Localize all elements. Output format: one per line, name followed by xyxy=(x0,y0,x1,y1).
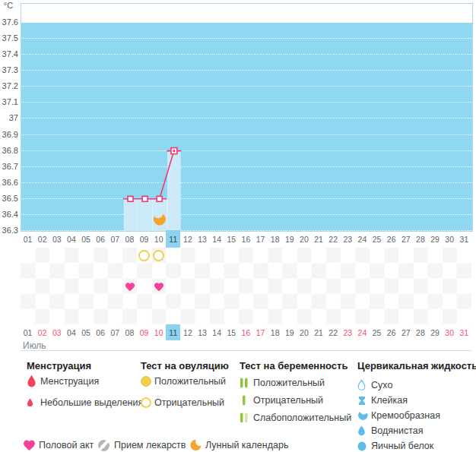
day-cell-04[interactable]: 04 xyxy=(64,230,78,248)
day-cell-28[interactable]: 28 xyxy=(413,230,427,248)
temperature-point[interactable] xyxy=(157,196,162,201)
day-cell-16[interactable]: 16 xyxy=(239,324,253,340)
day-cell-12[interactable]: 12 xyxy=(180,230,195,248)
day-cell-18[interactable]: 18 xyxy=(268,230,282,248)
legend-section-title: Тест на овуляцию xyxy=(141,360,229,371)
day-cell-25[interactable]: 25 xyxy=(370,324,384,340)
day-cell-22[interactable]: 22 xyxy=(326,324,341,340)
day-cell-26[interactable]: 26 xyxy=(384,324,398,340)
day-cell-24[interactable]: 24 xyxy=(355,324,370,340)
day-cell-23[interactable]: 23 xyxy=(341,324,355,340)
y-tick-label: 37.3 xyxy=(0,65,18,74)
legend-item: Яичный белок xyxy=(357,440,440,452)
day-cell-13[interactable]: 13 xyxy=(195,230,210,248)
day-cell-17[interactable]: 17 xyxy=(253,324,268,340)
legend-item: Кремообразная xyxy=(357,409,440,422)
y-tick-label: 36.6 xyxy=(0,178,18,187)
legend-item-label: Слабоположительный xyxy=(253,412,351,423)
day-cell-26[interactable]: 26 xyxy=(384,230,398,248)
day-cell-15[interactable]: 15 xyxy=(224,324,239,340)
day-cell-16[interactable]: 16 xyxy=(239,230,253,248)
day-cell-25[interactable]: 25 xyxy=(370,230,384,248)
day-cell-15[interactable]: 15 xyxy=(224,230,239,248)
day-cell-29[interactable]: 29 xyxy=(428,324,443,340)
day-cell-19[interactable]: 19 xyxy=(282,324,297,340)
day-cell-31[interactable]: 31 xyxy=(457,324,471,340)
day-cell-28[interactable]: 28 xyxy=(413,324,427,340)
day-cell-08[interactable]: 08 xyxy=(122,324,137,340)
day-cell-24[interactable]: 24 xyxy=(355,230,370,248)
legend-item-label: Положительный xyxy=(154,376,226,387)
day-cell-10[interactable]: 10 xyxy=(151,230,166,248)
fluid-watery-icon xyxy=(357,425,371,436)
day-cell-02[interactable]: 02 xyxy=(35,324,49,340)
month-row: Июль xyxy=(21,340,471,351)
moon-calendar-icon xyxy=(189,439,205,451)
day-cell-09[interactable]: 09 xyxy=(137,230,151,248)
legend-section-items: ПоложительныйОтрицательный xyxy=(141,375,226,409)
day-cell-27[interactable]: 27 xyxy=(398,324,413,340)
y-tick-label: 36.9 xyxy=(0,130,18,139)
legend-footer-item: Прием лекарств xyxy=(98,438,186,452)
legend-item: Клейкая xyxy=(357,394,440,406)
legend-footer-label: Половой акт xyxy=(39,440,94,450)
day-cell-21[interactable]: 21 xyxy=(312,230,326,248)
day-cell-17[interactable]: 17 xyxy=(253,230,268,248)
day-cell-13[interactable]: 13 xyxy=(195,324,210,340)
temperature-bar xyxy=(124,199,138,231)
day-cell-06[interactable]: 06 xyxy=(94,324,108,340)
day-cell-20[interactable]: 20 xyxy=(297,324,311,340)
chart-plot-area[interactable] xyxy=(21,3,473,232)
day-cell-20[interactable]: 20 xyxy=(297,230,311,248)
day-cell-11[interactable]: 11 xyxy=(166,324,180,340)
temperature-bar xyxy=(138,199,152,231)
day-cell-27[interactable]: 27 xyxy=(398,230,413,248)
chart-svg-holder xyxy=(21,4,472,231)
temperature-point[interactable] xyxy=(142,196,148,201)
ovulation-negative-icon xyxy=(141,397,154,408)
day-cell-12[interactable]: 12 xyxy=(180,324,195,340)
legend-item-label: Отрицательный xyxy=(253,395,323,406)
day-cell-03[interactable]: 03 xyxy=(49,324,64,340)
day-cell-06[interactable]: 06 xyxy=(94,230,108,248)
day-cell-31[interactable]: 31 xyxy=(457,230,471,248)
day-cell-18[interactable]: 18 xyxy=(268,324,282,340)
day-cell-23[interactable]: 23 xyxy=(341,230,355,248)
day-cell-30[interactable]: 30 xyxy=(443,324,457,340)
ovulation-positive-icon xyxy=(141,376,154,387)
day-cell-02[interactable]: 02 xyxy=(35,230,49,248)
day-cell-05[interactable]: 05 xyxy=(79,230,94,248)
legend-item: Водянистая xyxy=(357,425,440,437)
intercourse-heart-icon xyxy=(125,281,135,295)
y-tick-label: 37.4 xyxy=(0,49,18,58)
day-cell-14[interactable]: 14 xyxy=(210,230,224,248)
day-cell-08[interactable]: 08 xyxy=(122,230,137,248)
day-cell-09[interactable]: 09 xyxy=(137,324,151,340)
day-cell-29[interactable]: 29 xyxy=(428,230,443,248)
day-cell-07[interactable]: 07 xyxy=(108,230,122,248)
event-icon-grid xyxy=(21,248,471,324)
day-cell-11[interactable]: 11 xyxy=(166,230,180,248)
day-cell-14[interactable]: 14 xyxy=(210,324,224,340)
day-cell-01[interactable]: 01 xyxy=(21,324,35,340)
legend-item: Отрицательный xyxy=(240,394,351,406)
legend-item: Сухо xyxy=(357,379,440,391)
legend-item: Менструация xyxy=(27,375,143,387)
y-tick-label: 36.4 xyxy=(0,210,18,219)
day-cell-22[interactable]: 22 xyxy=(326,230,341,248)
day-cell-05[interactable]: 05 xyxy=(79,324,94,340)
day-cell-19[interactable]: 19 xyxy=(282,230,297,248)
day-cell-01[interactable]: 01 xyxy=(21,230,35,248)
legend-section-items: ПоложительныйОтрицательныйСлабоположител… xyxy=(240,377,351,424)
day-cell-03[interactable]: 03 xyxy=(49,230,64,248)
legend-footer-item: Половой акт xyxy=(23,438,94,452)
day-row-bottom: 0102030405060708091011121314151617181920… xyxy=(21,324,471,340)
day-cell-21[interactable]: 21 xyxy=(312,324,326,340)
day-cell-04[interactable]: 04 xyxy=(64,324,78,340)
temperature-point[interactable] xyxy=(128,196,133,201)
day-cell-07[interactable]: 07 xyxy=(108,324,122,340)
day-cell-30[interactable]: 30 xyxy=(443,230,457,248)
legend-item-label: Менструация xyxy=(40,376,99,387)
legend-item: Небольшие выделения xyxy=(27,397,143,409)
day-cell-10[interactable]: 10 xyxy=(151,324,166,340)
